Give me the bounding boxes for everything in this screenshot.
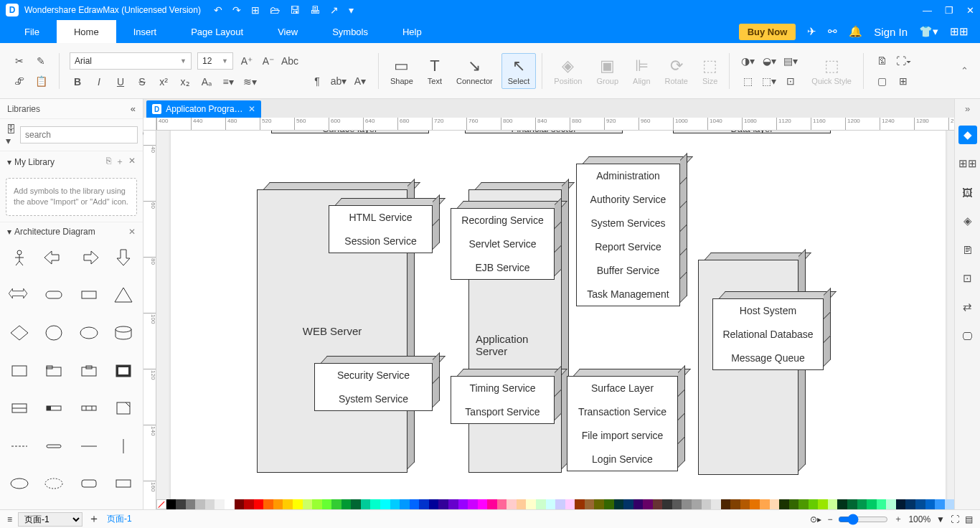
palette-swatch[interactable] [468,499,478,509]
tab-symbols[interactable]: Symbols [315,20,385,43]
bullets-button[interactable]: ¶ [309,73,325,89]
icon-tool-icon[interactable]: ⊡ [783,73,798,89]
library-shape[interactable] [108,359,138,383]
font-shrink-icon[interactable]: A⁻ [260,53,276,69]
palette-swatch[interactable] [390,499,400,509]
palette-swatch[interactable] [166,499,176,509]
palette-swatch[interactable] [643,499,653,509]
palette-swatch[interactable] [857,499,867,509]
palette-swatch[interactable] [478,499,488,509]
mylib-import-icon[interactable]: ⎘ [106,156,111,168]
library-shape[interactable] [39,434,69,458]
palette-swatch[interactable] [604,499,614,509]
library-shape[interactable] [39,396,69,420]
qat-open-icon[interactable]: 🗁 [270,4,280,16]
palette-swatch[interactable] [672,499,682,509]
bell-icon[interactable]: 🔔 [849,25,862,38]
palette-swatch[interactable] [410,499,420,509]
palette-swatch[interactable] [283,499,293,509]
palette-swatch[interactable] [244,499,254,509]
stack-html[interactable]: HTML ServiceSession Service [329,205,433,253]
underline-button[interactable]: U [113,74,128,90]
diag-financial-sector[interactable]: Financial sector [465,131,623,133]
crop-icon[interactable]: ⛶▾ [895,53,911,69]
tab-page-layout[interactable]: Page Layout [174,20,260,43]
palette-swatch[interactable] [945,499,955,509]
stack-cell[interactable]: Host System [712,298,824,323]
palette-swatch[interactable] [331,499,341,509]
palette-swatch[interactable] [789,499,799,509]
stack-cell[interactable]: Tansport Service [451,400,555,424]
stack-cell[interactable]: Buffer Service [576,258,680,283]
stack-cell[interactable]: Session Service [329,229,433,253]
zoom-slider[interactable] [838,514,888,525]
palette-swatch[interactable] [487,499,497,509]
palette-swatch[interactable] [886,499,896,509]
tab-help[interactable]: Help [385,20,439,43]
palette-swatch[interactable] [653,499,663,509]
palette-none[interactable] [156,499,166,509]
palette-swatch[interactable] [303,499,313,509]
play-icon[interactable]: ⊙▸ [810,514,821,524]
library-shape[interactable] [39,283,69,307]
library-shape[interactable] [39,359,69,383]
shadow-tool-icon[interactable]: ▤▾ [783,53,798,69]
stack-cell[interactable]: Task Management [576,282,680,306]
paste-icon[interactable]: 📋 [33,73,49,89]
palette-swatch[interactable] [750,499,760,509]
stack-surface[interactable]: Surface LayerTransaction ServiceFile imp… [567,376,678,471]
minimize-icon[interactable]: — [923,5,932,16]
fill-tool-icon[interactable]: ◑▾ [740,53,755,69]
stack-cell[interactable]: HTML Service [329,205,433,230]
library-shape[interactable] [39,321,69,345]
stack-cell[interactable]: Surface Layer [567,376,678,400]
palette-swatch[interactable] [575,499,585,509]
theme-icon[interactable]: 👕▾ [919,25,938,38]
library-shape[interactable] [39,245,69,270]
palette-swatch[interactable] [176,499,186,509]
palette-swatch[interactable] [555,499,565,509]
close-icon[interactable]: ✕ [966,5,974,16]
library-shape[interactable] [74,471,104,496]
palette-swatch[interactable] [896,499,906,509]
font-name-combo[interactable]: Arial▼ [70,52,192,70]
palette-swatch[interactable] [594,499,604,509]
qat-print-icon[interactable]: 🖶 [310,4,320,16]
font-strikethrough-icon[interactable]: Abc [282,53,298,69]
font-size-combo[interactable]: 12▼ [197,52,233,70]
library-shape[interactable] [4,321,34,345]
palette-swatch[interactable] [828,499,838,509]
connector-tool[interactable]: ↘Connector [451,54,499,88]
palette-swatch[interactable] [361,499,371,509]
palette-swatch[interactable] [877,499,887,509]
library-shape[interactable] [108,471,138,496]
palette-swatch[interactable] [458,499,468,509]
fit-width-icon[interactable]: ▤ [965,514,973,524]
palette-swatch[interactable] [235,499,245,509]
linespacing-button[interactable]: ≡▾ [220,74,236,90]
stack-security[interactable]: Security ServiceSystem Service [314,363,433,411]
diag-surface-layer[interactable]: Surface layer [271,131,429,133]
apps-icon[interactable]: ⊞⊞ [950,25,969,38]
palette-swatch[interactable] [254,499,264,509]
stack-cell[interactable]: System Service [314,387,433,411]
rail-style-icon[interactable]: ◆ [958,126,977,144]
stack-cell[interactable]: Transaction Service [567,400,678,424]
palette-swatch[interactable] [419,499,429,509]
stack-cell[interactable]: Relational Database [712,322,824,346]
format-painter-icon[interactable]: ✎ [33,53,49,69]
stack-cell[interactable]: Servlet Service [451,232,555,256]
text-tool[interactable]: TText [422,54,448,88]
rightrail-collapse-icon[interactable]: » [965,103,970,114]
stack-cell[interactable]: Security Service [314,363,433,387]
current-page-name[interactable]: 页面-1 [107,513,132,525]
palette-swatch[interactable] [448,499,458,509]
add-page-icon[interactable]: ＋ [88,512,100,527]
mylib-add-icon[interactable]: ＋ [116,156,124,168]
rail-grid-icon[interactable]: ⊞⊞ [958,154,977,173]
cut-icon[interactable]: ✂ [11,53,27,69]
tab-home[interactable]: Home [57,20,116,43]
palette-swatch[interactable] [614,499,624,509]
palette-swatch[interactable] [517,499,527,509]
align-button[interactable]: ≋▾ [242,74,258,90]
